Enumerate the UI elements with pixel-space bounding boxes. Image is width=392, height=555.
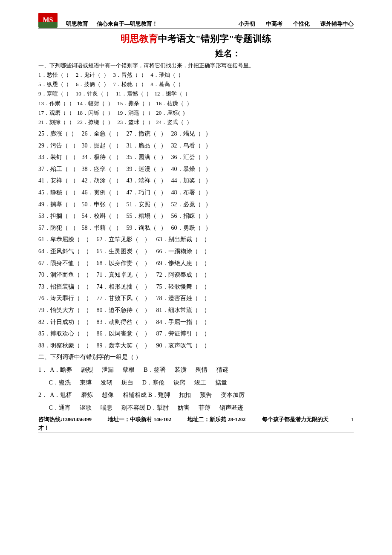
item-row: 1．愁怅（ ） 2．鬼计（ ） 3．冒然（ ） 4．璀灿（ ） <box>38 71 354 79</box>
nav-item: 课外辅导中心 <box>320 20 354 28</box>
item-row: 17．观磨（ ） 18．闪铄（ ） 19．消遥（ ） 20．座标( ) <box>38 109 354 117</box>
item-row: 57．防犯（ ） 58．书藉（ ） 59．询私（ ） 60．勇跃（ ） <box>38 224 354 232</box>
item-row: 49．揣摹（ ） 50．申张（ ） 51．安照（ ） 52．必竟（ ） <box>38 200 354 209</box>
nav-item: 个性化 <box>293 20 310 28</box>
header: MS 明思教育 信心来自于—明思教育！ 小升初 中高考 个性化 课外辅导中心 <box>38 13 354 29</box>
item-row: 79．怡笑大方（ ） 80．迫不急待（ ） 81．细水常流（ ） <box>38 306 354 315</box>
item-row: 53．担搁（ ） 54．校斟（ ） 55．糟塌（ ） 56．招睐（ ） <box>38 212 354 220</box>
item-row: 85．搏取欢心（ ） 86．以词害意（ ） 87．旁证博引（ ） <box>38 330 354 338</box>
footer-line2: 才！ <box>38 425 354 434</box>
footer-slogan-a: 每个孩子都是潜力无限的天 <box>262 416 329 424</box>
item-row: 37．殆工（ ） 38．痉孪（ ） 39．迷漫（ ） 40．暴燥（ ） <box>38 165 354 173</box>
q2-row: C．通宵 讴歌 喘息 刻不容缓 D．掣肘 妨害 菲薄 销声匿迹 <box>38 404 354 412</box>
header-container: MS 明思教育 信心来自于—明思教育！ 小升初 中高考 个性化 课外辅导中心 <box>38 13 354 29</box>
item-row: 82．计日成功（ ） 83．动则得咎（ ） 84．手屈一指（ ） <box>38 318 354 327</box>
item-row: 41．安祥（ ） 42．胡涂（ ） 43．端祥（ ） 44．加奖（ ） <box>38 176 354 185</box>
item-row: 33．装钉（ ） 34．极待（ ） 35．园满（ ） 36．汇荟（ ） <box>38 153 354 162</box>
item-row: 76．涛天罪行（ ） 77．甘败下风（ ） 78．遗害百姓（ ） <box>38 294 354 303</box>
page-number: 1 <box>351 416 354 423</box>
name-blank[interactable] <box>241 52 296 59</box>
footer-line1: 咨询热线:13861456399 地址一：中联新村 146-102 地址二：新乐… <box>38 416 354 424</box>
item-row: 25．膨涨（ ） 26．全愈（ ） 27．撤谎（ ） 28．竭见（ ） <box>38 130 354 138</box>
name-label: 姓名： <box>215 49 241 58</box>
item-row: 64．歪风斜气（ ） 65．生灵图炭（ ） 66．一踢糊涂（ ） <box>38 247 354 256</box>
section1-instruction: 一、下列哪些词语或短语中有一个错别字，请将它们找出来，并把正确字形写在括号里。 <box>38 62 354 69</box>
item-row: 67．陨身不恤（ ） 68．以身作责（ ） 69．惨绝人患（ ） <box>38 259 354 268</box>
item-row: 61．卑恭屈膝（ ） 62．立竿见影（ ） 63．别出新裁（ ） <box>38 235 354 244</box>
item-row: 21．刻簿（ ） 22．撩绕（ ） 23．篮球（ ） 24．姿式（ ） <box>38 119 354 126</box>
item-row: 29．污告（ ） 30．掘起（ ） 31．膺品（ ） 32．鸟看（ ） <box>38 142 354 150</box>
footer-addr2: 地址二：新乐苑 28-1202 <box>187 416 245 424</box>
item-row: 73．招摇装骗（ ） 74．相形见拙（ ） 75．轻歌慢舞（ ） <box>38 283 354 291</box>
item-row: 5．纵恿（ ） 6．技俩（ ） 7．松驰（ ） 8．蓦蔼（ ） <box>38 81 354 88</box>
footer-hotline: 咨询热线:13861456399 <box>38 416 92 424</box>
header-nav: 小升初 中高考 个性化 课外辅导中心 <box>239 20 354 28</box>
q2-row: C．盥洗 束缚 发轫 斑白 D．寒伧 诀窍 竣工 掂量 <box>38 379 354 387</box>
title-black: 中考语文"错别字"专题训练 <box>158 33 271 44</box>
footer-addr1: 地址一：中联新村 146-102 <box>108 416 171 424</box>
q2-row: 1． A．瞻养 剧烈 泄漏 孽根 B．签署 装潢 殉情 猜谜 <box>38 366 354 374</box>
logo-icon: MS <box>38 13 58 28</box>
nav-item: 小升初 <box>239 20 255 28</box>
item-row: 88．明察秋豪（ ） 89．轰堂大笑（ ） 90．哀声叹气（ ） <box>38 341 354 350</box>
slogan: 信心来自于—明思教育！ <box>97 20 158 28</box>
footer: 咨询热线:13861456399 地址一：中联新村 146-102 地址二：新乐… <box>38 416 354 433</box>
item-row: 9．寒喧（ ） 10．针炙（ ） 11．震憾（ ） 12．缀学（ ） <box>38 90 354 98</box>
page-title: 明思教育中考语文"错别字"专题训练 <box>38 32 354 46</box>
logo-block: MS 明思教育 信心来自于—明思教育！ <box>38 13 158 28</box>
item-row: 70．涸泽而鱼（ ） 71．真知卓见（ ） 72．阿谀奉成（ ） <box>38 271 354 279</box>
brand-name: 明思教育 <box>66 20 88 28</box>
q2-row: 2． A．魁梧 磨炼 想像 相辅相成 B．蹩脚 扣扣 预告 变本加厉 <box>38 391 354 399</box>
section2-instruction: 二、下列词语中有错别字的一组是（ ） <box>38 353 354 361</box>
item-row: 13．作崇（ ） 14．幅射（ ） 15．撕杀（ ） 16．枯躁（ ） <box>38 100 354 107</box>
nav-item: 中高考 <box>266 20 282 28</box>
title-red: 明思教育 <box>121 33 158 44</box>
item-row: 45．静秘（ ） 46．贯例（ ） 47．巧门（ ） 48．布署（ ） <box>38 188 354 197</box>
name-line: 姓名： <box>38 47 354 59</box>
